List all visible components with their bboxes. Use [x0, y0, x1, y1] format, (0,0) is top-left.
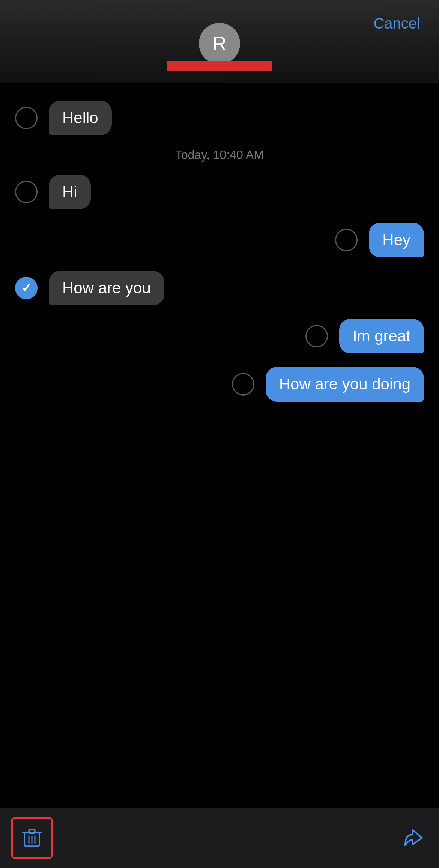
cancel-button[interactable]: Cancel: [373, 15, 420, 32]
message-row: Im great: [0, 312, 439, 360]
message-checkbox-how-are-you-doing[interactable]: [232, 373, 254, 396]
message-checkbox-hi[interactable]: [15, 181, 38, 203]
svg-rect-2: [29, 830, 35, 833]
share-icon: [401, 825, 428, 851]
message-row: Hello: [0, 94, 439, 142]
messages-area: Hello Today, 10:40 AM Hi Hey How are you…: [0, 83, 439, 420]
message-checkbox-hello[interactable]: [15, 107, 38, 129]
message-checkbox-im-great[interactable]: [305, 325, 328, 347]
message-checkbox-hey[interactable]: [335, 229, 358, 251]
trash-icon: [21, 827, 43, 849]
share-button[interactable]: [401, 825, 428, 851]
delete-button[interactable]: [11, 817, 53, 859]
message-row: Hi: [0, 168, 439, 216]
message-row: How are you: [0, 264, 439, 312]
avatar: R: [199, 23, 240, 64]
message-row: How are you doing: [0, 360, 439, 408]
header: R Cancel: [0, 0, 439, 83]
bubble-how-are-you-doing: How are you doing: [266, 367, 424, 402]
message-checkbox-how-are-you[interactable]: [15, 277, 38, 299]
bottom-toolbar: [0, 808, 439, 868]
timestamp: Today, 10:40 AM: [0, 142, 439, 168]
bubble-how-are-you: How are you: [49, 271, 164, 305]
bubble-hello: Hello: [49, 101, 112, 135]
message-row: Hey: [0, 216, 439, 264]
bubble-hey: Hey: [369, 223, 424, 257]
bubble-im-great: Im great: [339, 319, 424, 353]
contact-name-bar: [167, 61, 272, 71]
bubble-hi: Hi: [49, 175, 91, 209]
